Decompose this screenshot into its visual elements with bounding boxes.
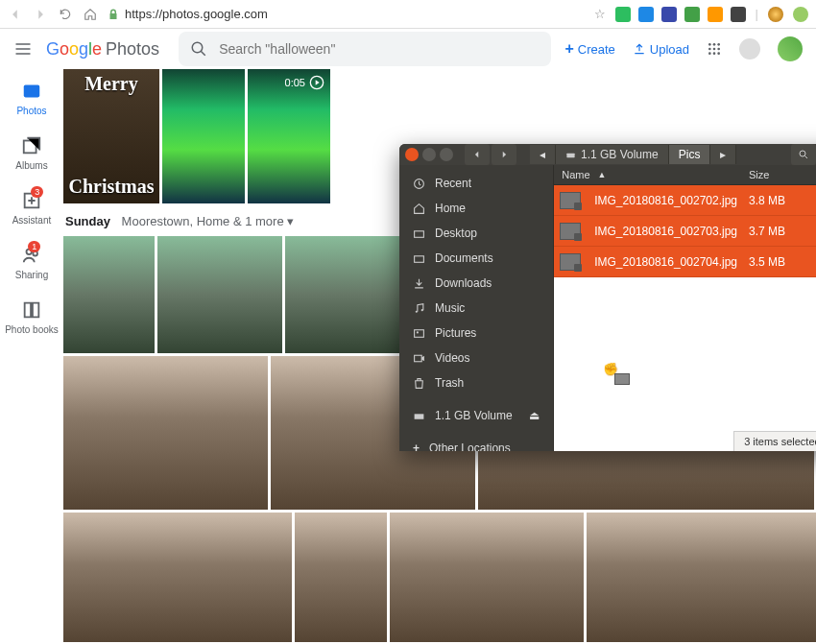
back-button[interactable] [8,7,23,22]
fm-sidebar-item[interactable]: +Other Locations [399,436,553,451]
create-button[interactable]: + Create [564,40,614,58]
photo-thumbnail[interactable]: 0:05 [248,69,330,203]
fm-sidebar-item-volume[interactable]: 1.1 GB Volume⏏ [399,403,553,428]
file-manager-window[interactable]: ◂ 1.1 GB Volume Pics ▸ [399,144,816,451]
fm-titlebar[interactable]: ◂ 1.1 GB Volume Pics ▸ [399,144,816,165]
photo-thumbnail[interactable] [63,513,292,642]
fm-path-segment-current[interactable]: Pics [669,145,711,164]
photo-thumbnail[interactable] [390,513,585,642]
sidebar-item-photobooks[interactable]: Photo books [5,299,59,335]
fm-search-button[interactable] [791,144,816,165]
apps-grid-icon[interactable] [707,41,722,57]
svg-rect-27 [415,329,424,337]
profile-icon[interactable] [793,7,808,22]
eject-icon[interactable]: ⏏ [529,409,540,422]
search-box[interactable] [179,32,551,66]
photo-thumbnail[interactable] [63,236,155,353]
file-name: IMG_20180816_002704.jpg [587,251,745,273]
svg-point-17 [800,151,805,156]
extension-icon[interactable] [708,7,723,22]
sidebar-item-assistant[interactable]: 3 Assistant [12,190,52,226]
fm-forward-button[interactable] [492,144,516,165]
window-close-button[interactable] [405,148,419,161]
window-minimize-button[interactable] [422,148,436,161]
bookmark-star-icon[interactable]: ☆ [594,7,606,21]
file-thumb-icon [560,253,581,271]
file-thumb-icon [560,192,581,209]
extension-icon[interactable] [661,7,677,22]
home-button[interactable] [83,7,98,22]
sidebar-item-label: Assistant [12,215,52,226]
menu-button[interactable] [13,39,33,59]
fm-sidebar-item[interactable]: Desktop [399,221,553,246]
fm-sidebar: Recent Home Desktop Documents Downloads … [399,165,554,451]
albums-icon [21,135,42,156]
video-badge: 0:05 [285,75,324,90]
sort-asc-icon: ▲ [598,170,607,179]
fm-file-row[interactable]: IMG_20180816_002703.jpg 3.7 MB 16 Aug [554,216,816,247]
fm-path-segment[interactable]: 1.1 GB Volume [556,145,669,164]
svg-point-2 [713,43,716,46]
svg-point-6 [717,48,720,51]
fm-sidebar-item[interactable]: Pictures [399,321,553,346]
photo-thumbnail[interactable] [295,513,387,642]
download-icon [413,277,425,290]
fm-back-button[interactable] [465,144,490,165]
extension-icon[interactable] [638,7,654,22]
svg-rect-23 [415,230,424,237]
fm-sidebar-item[interactable]: Music [399,296,553,321]
fm-sidebar-item[interactable]: Documents [399,246,553,271]
fm-file-row[interactable]: IMG_20180816_002704.jpg 3.5 MB 16 Aug [554,247,816,277]
fm-col-modified[interactable]: Modified [812,165,816,184]
svg-rect-29 [415,355,422,362]
sidebar-item-albums[interactable]: Albums [15,135,47,171]
fm-col-name[interactable]: Name▲ [554,165,745,184]
extension-icon[interactable] [615,7,631,22]
sidebar-item-photos[interactable]: Photos [16,81,46,116]
extension-icon[interactable] [684,7,700,22]
fm-file-row[interactable]: IMG_20180816_002702.jpg 3.8 MB 16 Aug [554,185,816,216]
notifications-icon[interactable] [739,38,760,60]
fm-path-segment[interactable]: ▸ [710,145,736,164]
upload-button[interactable]: Upload [633,42,689,57]
fm-path-bar[interactable]: ◂ 1.1 GB Volume Pics ▸ [530,145,736,164]
extension-icon[interactable] [731,7,746,22]
photo-thumbnail[interactable] [587,513,816,642]
drive-icon [413,410,425,422]
sidebar-item-sharing[interactable]: 1 Sharing [15,245,48,280]
home-icon [413,203,425,215]
svg-point-4 [708,48,711,51]
app-logo[interactable]: Google Photos [46,39,159,60]
forward-button[interactable] [33,7,48,22]
drive-icon [565,150,576,160]
pictures-icon [413,327,425,340]
photo-thumbnail[interactable]: Merry Christmas [63,69,159,203]
fm-sidebar-item[interactable]: Trash [399,370,553,395]
profile-icon[interactable] [768,7,783,22]
address-bar[interactable]: https://photos.google.com [108,7,585,21]
fm-sidebar-item[interactable]: Videos [399,346,553,370]
fm-path-segment[interactable]: ◂ [530,145,556,164]
account-avatar[interactable] [778,36,803,61]
fm-col-size[interactable]: Size [745,165,812,184]
file-modified: 16 Aug [812,251,816,273]
window-maximize-button[interactable] [440,148,453,161]
chevron-down-icon: ▾ [287,214,294,228]
fm-sidebar-item[interactable]: Home [399,196,553,221]
photo-thumbnail[interactable] [162,69,245,203]
browser-toolbar: https://photos.google.com ☆ | [0,0,816,29]
create-label: Create [578,42,615,57]
photo-thumbnail[interactable] [63,356,268,510]
svg-point-3 [717,43,720,46]
reload-button[interactable] [58,7,73,22]
svg-rect-30 [415,414,424,418]
day-subtitle: Moorestown, Home & 1 more [122,214,284,228]
fm-sidebar-item[interactable]: Downloads [399,271,553,296]
upload-label: Upload [650,42,689,57]
fm-sidebar-item[interactable]: Recent [399,171,553,196]
search-input[interactable] [219,41,540,57]
svg-rect-16 [566,153,574,157]
music-icon [413,302,425,315]
photo-thumbnail[interactable] [157,236,282,353]
file-name: IMG_20180816_002703.jpg [587,221,745,242]
